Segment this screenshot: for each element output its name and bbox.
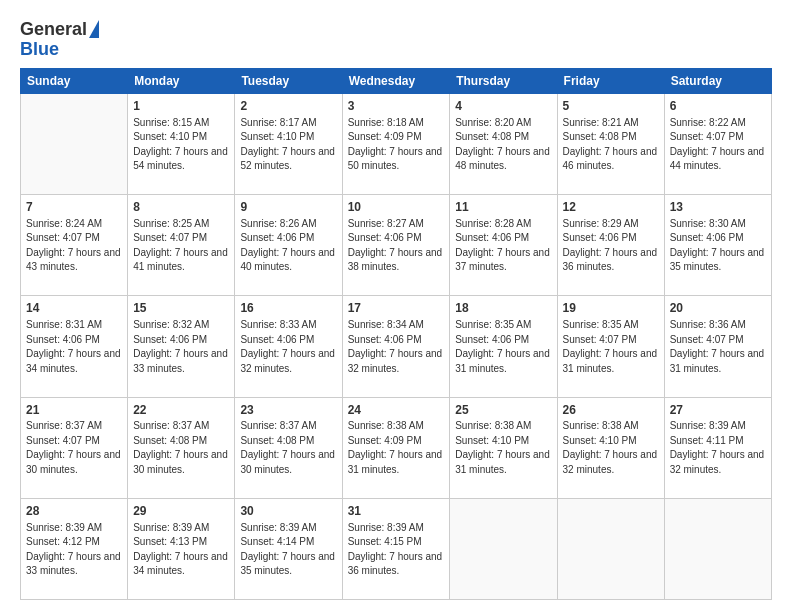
day-number: 9 xyxy=(240,199,336,216)
calendar-cell xyxy=(664,498,771,599)
day-info: Sunrise: 8:37 AMSunset: 4:07 PMDaylight:… xyxy=(26,419,122,477)
day-number: 30 xyxy=(240,503,336,520)
calendar-cell: 5Sunrise: 8:21 AMSunset: 4:08 PMDaylight… xyxy=(557,93,664,194)
day-info: Sunrise: 8:24 AMSunset: 4:07 PMDaylight:… xyxy=(26,217,122,275)
day-number: 1 xyxy=(133,98,229,115)
day-info: Sunrise: 8:32 AMSunset: 4:06 PMDaylight:… xyxy=(133,318,229,376)
logo-text-block: General Blue xyxy=(20,20,99,60)
day-info: Sunrise: 8:37 AMSunset: 4:08 PMDaylight:… xyxy=(240,419,336,477)
day-number: 31 xyxy=(348,503,445,520)
day-number: 26 xyxy=(563,402,659,419)
calendar-cell: 4Sunrise: 8:20 AMSunset: 4:08 PMDaylight… xyxy=(450,93,557,194)
day-info: Sunrise: 8:36 AMSunset: 4:07 PMDaylight:… xyxy=(670,318,766,376)
day-number: 2 xyxy=(240,98,336,115)
logo-blue: Blue xyxy=(20,39,59,59)
day-info: Sunrise: 8:15 AMSunset: 4:10 PMDaylight:… xyxy=(133,116,229,174)
calendar-week-row: 14Sunrise: 8:31 AMSunset: 4:06 PMDayligh… xyxy=(21,296,772,397)
day-header-saturday: Saturday xyxy=(664,68,771,93)
day-info: Sunrise: 8:18 AMSunset: 4:09 PMDaylight:… xyxy=(348,116,445,174)
calendar-cell: 18Sunrise: 8:35 AMSunset: 4:06 PMDayligh… xyxy=(450,296,557,397)
calendar-cell: 12Sunrise: 8:29 AMSunset: 4:06 PMDayligh… xyxy=(557,195,664,296)
calendar-cell: 22Sunrise: 8:37 AMSunset: 4:08 PMDayligh… xyxy=(128,397,235,498)
day-info: Sunrise: 8:17 AMSunset: 4:10 PMDaylight:… xyxy=(240,116,336,174)
day-info: Sunrise: 8:33 AMSunset: 4:06 PMDaylight:… xyxy=(240,318,336,376)
calendar-cell: 10Sunrise: 8:27 AMSunset: 4:06 PMDayligh… xyxy=(342,195,450,296)
calendar-week-row: 7Sunrise: 8:24 AMSunset: 4:07 PMDaylight… xyxy=(21,195,772,296)
day-info: Sunrise: 8:30 AMSunset: 4:06 PMDaylight:… xyxy=(670,217,766,275)
day-info: Sunrise: 8:28 AMSunset: 4:06 PMDaylight:… xyxy=(455,217,551,275)
day-info: Sunrise: 8:39 AMSunset: 4:14 PMDaylight:… xyxy=(240,521,336,579)
day-number: 6 xyxy=(670,98,766,115)
day-header-friday: Friday xyxy=(557,68,664,93)
calendar-cell: 2Sunrise: 8:17 AMSunset: 4:10 PMDaylight… xyxy=(235,93,342,194)
calendar-header-row: SundayMondayTuesdayWednesdayThursdayFrid… xyxy=(21,68,772,93)
day-info: Sunrise: 8:35 AMSunset: 4:07 PMDaylight:… xyxy=(563,318,659,376)
day-number: 15 xyxy=(133,300,229,317)
calendar-cell: 23Sunrise: 8:37 AMSunset: 4:08 PMDayligh… xyxy=(235,397,342,498)
calendar-cell: 25Sunrise: 8:38 AMSunset: 4:10 PMDayligh… xyxy=(450,397,557,498)
calendar-cell: 16Sunrise: 8:33 AMSunset: 4:06 PMDayligh… xyxy=(235,296,342,397)
day-info: Sunrise: 8:38 AMSunset: 4:09 PMDaylight:… xyxy=(348,419,445,477)
day-info: Sunrise: 8:35 AMSunset: 4:06 PMDaylight:… xyxy=(455,318,551,376)
day-info: Sunrise: 8:38 AMSunset: 4:10 PMDaylight:… xyxy=(563,419,659,477)
day-header-wednesday: Wednesday xyxy=(342,68,450,93)
page: General Blue SundayMondayTuesdayWednesda… xyxy=(0,0,792,612)
day-info: Sunrise: 8:20 AMSunset: 4:08 PMDaylight:… xyxy=(455,116,551,174)
day-header-tuesday: Tuesday xyxy=(235,68,342,93)
calendar-cell: 8Sunrise: 8:25 AMSunset: 4:07 PMDaylight… xyxy=(128,195,235,296)
day-info: Sunrise: 8:31 AMSunset: 4:06 PMDaylight:… xyxy=(26,318,122,376)
day-info: Sunrise: 8:39 AMSunset: 4:12 PMDaylight:… xyxy=(26,521,122,579)
day-number: 19 xyxy=(563,300,659,317)
calendar-cell: 24Sunrise: 8:38 AMSunset: 4:09 PMDayligh… xyxy=(342,397,450,498)
calendar-cell: 28Sunrise: 8:39 AMSunset: 4:12 PMDayligh… xyxy=(21,498,128,599)
day-number: 12 xyxy=(563,199,659,216)
calendar-cell: 31Sunrise: 8:39 AMSunset: 4:15 PMDayligh… xyxy=(342,498,450,599)
day-number: 10 xyxy=(348,199,445,216)
day-info: Sunrise: 8:38 AMSunset: 4:10 PMDaylight:… xyxy=(455,419,551,477)
day-number: 7 xyxy=(26,199,122,216)
day-number: 17 xyxy=(348,300,445,317)
calendar-cell: 27Sunrise: 8:39 AMSunset: 4:11 PMDayligh… xyxy=(664,397,771,498)
day-header-thursday: Thursday xyxy=(450,68,557,93)
day-number: 23 xyxy=(240,402,336,419)
day-number: 4 xyxy=(455,98,551,115)
day-number: 28 xyxy=(26,503,122,520)
day-number: 27 xyxy=(670,402,766,419)
day-info: Sunrise: 8:21 AMSunset: 4:08 PMDaylight:… xyxy=(563,116,659,174)
day-number: 5 xyxy=(563,98,659,115)
calendar-cell: 13Sunrise: 8:30 AMSunset: 4:06 PMDayligh… xyxy=(664,195,771,296)
day-number: 11 xyxy=(455,199,551,216)
calendar-cell xyxy=(557,498,664,599)
calendar-week-row: 1Sunrise: 8:15 AMSunset: 4:10 PMDaylight… xyxy=(21,93,772,194)
calendar-cell: 21Sunrise: 8:37 AMSunset: 4:07 PMDayligh… xyxy=(21,397,128,498)
day-number: 13 xyxy=(670,199,766,216)
logo-general: General xyxy=(20,20,87,40)
header: General Blue xyxy=(20,16,772,60)
calendar-week-row: 28Sunrise: 8:39 AMSunset: 4:12 PMDayligh… xyxy=(21,498,772,599)
day-info: Sunrise: 8:29 AMSunset: 4:06 PMDaylight:… xyxy=(563,217,659,275)
calendar-cell: 20Sunrise: 8:36 AMSunset: 4:07 PMDayligh… xyxy=(664,296,771,397)
day-info: Sunrise: 8:39 AMSunset: 4:11 PMDaylight:… xyxy=(670,419,766,477)
calendar-cell: 14Sunrise: 8:31 AMSunset: 4:06 PMDayligh… xyxy=(21,296,128,397)
calendar-cell xyxy=(21,93,128,194)
day-number: 20 xyxy=(670,300,766,317)
calendar-cell xyxy=(450,498,557,599)
day-number: 8 xyxy=(133,199,229,216)
day-number: 21 xyxy=(26,402,122,419)
calendar-cell: 1Sunrise: 8:15 AMSunset: 4:10 PMDaylight… xyxy=(128,93,235,194)
day-info: Sunrise: 8:34 AMSunset: 4:06 PMDaylight:… xyxy=(348,318,445,376)
calendar-cell: 7Sunrise: 8:24 AMSunset: 4:07 PMDaylight… xyxy=(21,195,128,296)
logo: General Blue xyxy=(20,20,99,60)
day-number: 22 xyxy=(133,402,229,419)
calendar-cell: 3Sunrise: 8:18 AMSunset: 4:09 PMDaylight… xyxy=(342,93,450,194)
calendar-table: SundayMondayTuesdayWednesdayThursdayFrid… xyxy=(20,68,772,600)
day-number: 25 xyxy=(455,402,551,419)
logo-triangle-icon xyxy=(89,20,99,38)
calendar-cell: 26Sunrise: 8:38 AMSunset: 4:10 PMDayligh… xyxy=(557,397,664,498)
day-info: Sunrise: 8:25 AMSunset: 4:07 PMDaylight:… xyxy=(133,217,229,275)
day-info: Sunrise: 8:22 AMSunset: 4:07 PMDaylight:… xyxy=(670,116,766,174)
calendar-cell: 19Sunrise: 8:35 AMSunset: 4:07 PMDayligh… xyxy=(557,296,664,397)
day-number: 24 xyxy=(348,402,445,419)
day-header-sunday: Sunday xyxy=(21,68,128,93)
day-info: Sunrise: 8:37 AMSunset: 4:08 PMDaylight:… xyxy=(133,419,229,477)
